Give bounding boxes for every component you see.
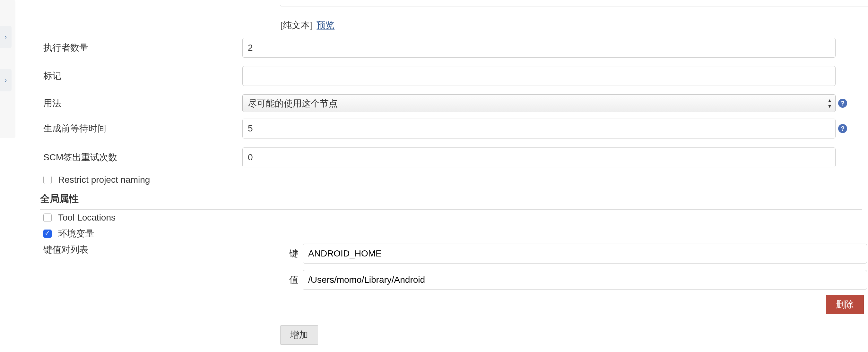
restrict-naming-row: Restrict project naming [43, 175, 150, 185]
kv-key-row: 键 [287, 244, 867, 263]
tool-locations-checkbox[interactable] [43, 213, 52, 222]
tool-locations-row: Tool Locations [43, 213, 116, 223]
usage-row: 用法 尽可能的使用这个节点 ▴▾ ? [43, 94, 865, 112]
restrict-naming-checkbox[interactable] [43, 176, 52, 184]
kv-key-label: 键 [287, 247, 298, 260]
add-button[interactable]: 增加 [280, 325, 318, 345]
tool-locations-label: Tool Locations [58, 213, 116, 223]
wait-label: 生成前等待时间 [43, 122, 242, 135]
usage-select[interactable]: 尽可能的使用这个节点 [242, 94, 836, 112]
preview-link[interactable]: 预览 [316, 20, 335, 30]
scm-input[interactable] [242, 147, 836, 167]
wait-row: 生成前等待时间 ? [43, 118, 865, 139]
executors-label: 执行者数量 [43, 42, 242, 54]
scm-row: SCM签出重试次数 [43, 147, 865, 167]
tag-row: 标记 [43, 66, 865, 86]
kv-list-label: 键值对列表 [43, 244, 88, 256]
help-icon[interactable]: ? [838, 99, 847, 108]
kv-value-input[interactable] [303, 270, 867, 290]
restrict-naming-label: Restrict project naming [58, 175, 150, 185]
global-properties-header: 全局属性 [40, 192, 862, 210]
usage-label: 用法 [43, 97, 242, 109]
tag-label: 标记 [43, 70, 242, 82]
env-vars-label: 环境变量 [58, 227, 94, 240]
kv-value-label: 值 [287, 274, 298, 286]
preview-mode-row: [纯文本] 预览 [280, 19, 335, 31]
tag-input[interactable] [242, 66, 836, 86]
description-textarea[interactable] [280, 0, 868, 6]
env-vars-checkbox[interactable] [43, 230, 52, 238]
kv-key-input[interactable] [303, 244, 867, 263]
env-vars-row: 环境变量 [43, 227, 94, 240]
executors-row: 执行者数量 [43, 38, 865, 58]
kv-value-row: 值 [287, 270, 867, 290]
wait-input[interactable] [242, 118, 836, 139]
sidebar-expand-handle-2[interactable]: › [0, 69, 11, 92]
help-icon[interactable]: ? [838, 124, 847, 133]
delete-button[interactable]: 删除 [826, 295, 864, 314]
executors-input[interactable] [242, 38, 836, 58]
sidebar-expand-handle-1[interactable]: › [0, 26, 11, 48]
plain-text-label: [纯文本] [280, 20, 312, 30]
scm-label: SCM签出重试次数 [43, 151, 242, 164]
